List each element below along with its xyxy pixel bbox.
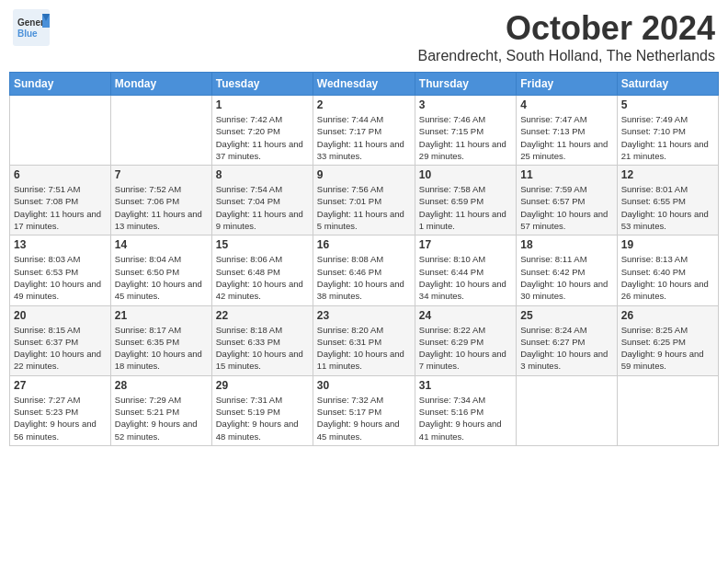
calendar-week-2: 6Sunrise: 7:51 AMSunset: 7:08 PMDaylight… [10, 166, 719, 236]
title-section: October 2024 Barendrecht, South Holland,… [418, 9, 715, 64]
day-of-week-wednesday: Wednesday [313, 73, 415, 96]
calendar-cell: 22Sunrise: 8:18 AMSunset: 6:33 PMDayligh… [211, 305, 313, 375]
day-info: Sunrise: 8:24 AMSunset: 6:27 PMDaylight:… [520, 324, 612, 373]
day-info: Sunrise: 7:51 AMSunset: 7:08 PMDaylight:… [14, 183, 107, 232]
day-info: Sunrise: 8:22 AMSunset: 6:29 PMDaylight:… [419, 324, 512, 373]
day-info: Sunrise: 7:49 AMSunset: 7:10 PMDaylight:… [621, 113, 714, 162]
day-number: 19 [621, 238, 714, 251]
day-number: 5 [621, 98, 714, 111]
calendar-cell: 3Sunrise: 7:46 AMSunset: 7:15 PMDaylight… [415, 96, 516, 166]
calendar-cell [110, 96, 211, 166]
calendar-header-row: SundayMondayTuesdayWednesdayThursdayFrid… [10, 73, 719, 96]
day-of-week-saturday: Saturday [617, 73, 718, 96]
day-info: Sunrise: 8:01 AMSunset: 6:55 PMDaylight:… [621, 183, 714, 232]
day-number: 28 [115, 379, 208, 392]
day-info: Sunrise: 7:31 AMSunset: 5:19 PMDaylight:… [216, 394, 309, 442]
day-info: Sunrise: 7:27 AMSunset: 5:23 PMDaylight:… [14, 394, 107, 442]
day-info: Sunrise: 8:20 AMSunset: 6:31 PMDaylight:… [317, 324, 411, 373]
day-number: 9 [317, 168, 411, 181]
calendar-week-5: 27Sunrise: 7:27 AMSunset: 5:23 PMDayligh… [10, 375, 719, 445]
calendar-cell: 5Sunrise: 7:49 AMSunset: 7:10 PMDaylight… [617, 96, 718, 166]
calendar-cell: 9Sunrise: 7:56 AMSunset: 7:01 PMDaylight… [313, 166, 415, 236]
day-number: 7 [115, 168, 208, 181]
day-info: Sunrise: 7:46 AMSunset: 7:15 PMDaylight:… [419, 113, 512, 162]
logo: General Blue [13, 9, 50, 46]
month-title: October 2024 [418, 9, 715, 48]
page-header: General Blue October 2024 Barendrecht, S… [9, 9, 719, 64]
day-info: Sunrise: 8:17 AMSunset: 6:35 PMDaylight:… [115, 324, 208, 373]
calendar-cell: 4Sunrise: 7:47 AMSunset: 7:13 PMDaylight… [517, 96, 617, 166]
day-info: Sunrise: 8:08 AMSunset: 6:46 PMDaylight:… [317, 253, 411, 302]
day-info: Sunrise: 7:42 AMSunset: 7:20 PMDaylight:… [216, 113, 309, 162]
day-number: 25 [520, 309, 612, 322]
calendar-cell: 2Sunrise: 7:44 AMSunset: 7:17 PMDaylight… [313, 96, 415, 166]
calendar-cell: 16Sunrise: 8:08 AMSunset: 6:46 PMDayligh… [313, 236, 415, 305]
day-number: 1 [216, 98, 309, 111]
day-info: Sunrise: 8:13 AMSunset: 6:40 PMDaylight:… [621, 253, 714, 302]
calendar-cell: 17Sunrise: 8:10 AMSunset: 6:44 PMDayligh… [415, 236, 516, 305]
day-number: 14 [115, 238, 208, 251]
day-number: 11 [520, 168, 612, 181]
day-info: Sunrise: 7:59 AMSunset: 6:57 PMDaylight:… [520, 183, 612, 232]
day-number: 27 [14, 379, 107, 392]
calendar-cell: 29Sunrise: 7:31 AMSunset: 5:19 PMDayligh… [211, 375, 313, 445]
calendar-cell: 12Sunrise: 8:01 AMSunset: 6:55 PMDayligh… [617, 166, 718, 236]
day-info: Sunrise: 7:44 AMSunset: 7:17 PMDaylight:… [317, 113, 411, 162]
day-number: 18 [520, 238, 612, 251]
day-number: 12 [621, 168, 714, 181]
calendar-cell: 11Sunrise: 7:59 AMSunset: 6:57 PMDayligh… [517, 166, 617, 236]
calendar-cell: 10Sunrise: 7:58 AMSunset: 6:59 PMDayligh… [415, 166, 516, 236]
calendar-cell: 23Sunrise: 8:20 AMSunset: 6:31 PMDayligh… [313, 305, 415, 375]
day-info: Sunrise: 7:54 AMSunset: 7:04 PMDaylight:… [216, 183, 309, 232]
day-number: 29 [216, 379, 309, 392]
day-of-week-sunday: Sunday [10, 73, 111, 96]
calendar-cell [617, 375, 718, 445]
day-number: 21 [115, 309, 208, 322]
calendar-cell [10, 96, 111, 166]
day-number: 23 [317, 309, 411, 322]
calendar-cell: 20Sunrise: 8:15 AMSunset: 6:37 PMDayligh… [10, 305, 111, 375]
day-number: 8 [216, 168, 309, 181]
calendar-cell: 7Sunrise: 7:52 AMSunset: 7:06 PMDaylight… [110, 166, 211, 236]
day-info: Sunrise: 7:32 AMSunset: 5:17 PMDaylight:… [317, 394, 411, 442]
svg-text:Blue: Blue [17, 29, 38, 39]
day-number: 2 [317, 98, 411, 111]
calendar-cell: 19Sunrise: 8:13 AMSunset: 6:40 PMDayligh… [617, 236, 718, 305]
day-info: Sunrise: 7:58 AMSunset: 6:59 PMDaylight:… [419, 183, 512, 232]
calendar-cell [517, 375, 617, 445]
calendar-cell: 8Sunrise: 7:54 AMSunset: 7:04 PMDaylight… [211, 166, 313, 236]
day-info: Sunrise: 8:03 AMSunset: 6:53 PMDaylight:… [14, 253, 107, 302]
day-number: 24 [419, 309, 512, 322]
calendar-cell: 14Sunrise: 8:04 AMSunset: 6:50 PMDayligh… [110, 236, 211, 305]
day-number: 16 [317, 238, 411, 251]
calendar-cell: 1Sunrise: 7:42 AMSunset: 7:20 PMDaylight… [211, 96, 313, 166]
day-number: 31 [419, 379, 512, 392]
day-of-week-monday: Monday [110, 73, 211, 96]
day-info: Sunrise: 7:56 AMSunset: 7:01 PMDaylight:… [317, 183, 411, 232]
day-number: 13 [14, 238, 107, 251]
calendar-cell: 25Sunrise: 8:24 AMSunset: 6:27 PMDayligh… [517, 305, 617, 375]
day-info: Sunrise: 7:52 AMSunset: 7:06 PMDaylight:… [115, 183, 208, 232]
location: Barendrecht, South Holland, The Netherla… [418, 48, 715, 64]
day-info: Sunrise: 8:04 AMSunset: 6:50 PMDaylight:… [115, 253, 208, 302]
day-info: Sunrise: 8:25 AMSunset: 6:25 PMDaylight:… [621, 324, 714, 373]
calendar-week-3: 13Sunrise: 8:03 AMSunset: 6:53 PMDayligh… [10, 236, 719, 305]
calendar-cell: 26Sunrise: 8:25 AMSunset: 6:25 PMDayligh… [617, 305, 718, 375]
day-info: Sunrise: 8:15 AMSunset: 6:37 PMDaylight:… [14, 324, 107, 373]
calendar-table: SundayMondayTuesdayWednesdayThursdayFrid… [9, 72, 719, 446]
day-number: 26 [621, 309, 714, 322]
calendar-cell: 6Sunrise: 7:51 AMSunset: 7:08 PMDaylight… [10, 166, 111, 236]
day-number: 15 [216, 238, 309, 251]
calendar-cell: 18Sunrise: 8:11 AMSunset: 6:42 PMDayligh… [517, 236, 617, 305]
day-info: Sunrise: 7:47 AMSunset: 7:13 PMDaylight:… [520, 113, 612, 162]
day-number: 22 [216, 309, 309, 322]
day-number: 4 [520, 98, 612, 111]
calendar-cell: 27Sunrise: 7:27 AMSunset: 5:23 PMDayligh… [10, 375, 111, 445]
calendar-cell: 30Sunrise: 7:32 AMSunset: 5:17 PMDayligh… [313, 375, 415, 445]
day-info: Sunrise: 8:11 AMSunset: 6:42 PMDaylight:… [520, 253, 612, 302]
calendar-cell: 13Sunrise: 8:03 AMSunset: 6:53 PMDayligh… [10, 236, 111, 305]
day-number: 6 [14, 168, 107, 181]
day-info: Sunrise: 7:29 AMSunset: 5:21 PMDaylight:… [115, 394, 208, 442]
day-number: 3 [419, 98, 512, 111]
calendar-cell: 31Sunrise: 7:34 AMSunset: 5:16 PMDayligh… [415, 375, 516, 445]
